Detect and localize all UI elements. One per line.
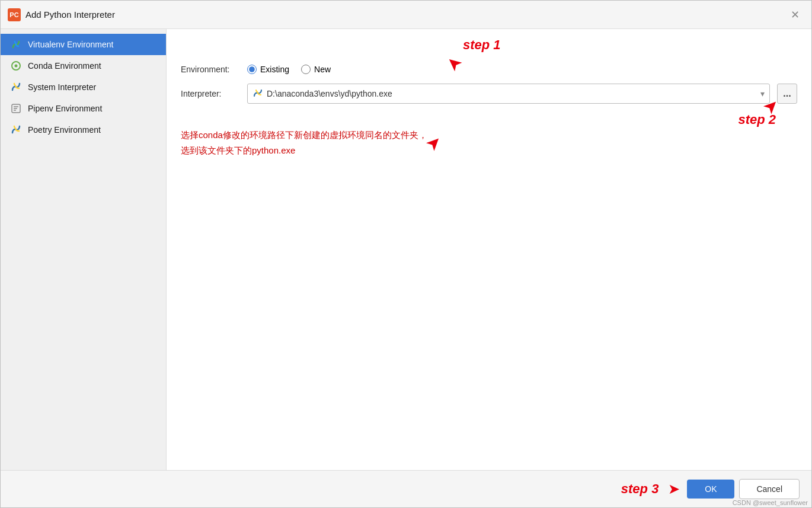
svg-point-1 [15, 65, 18, 68]
sidebar-item-poetry[interactable]: Poetry Environment [1, 119, 166, 140]
pipenv-icon [10, 103, 22, 114]
radio-group: Existing New [247, 65, 331, 74]
radio-new-label[interactable]: New [301, 65, 331, 74]
dialog: PC Add Python Interpreter ✕ Virtualenv E… [0, 0, 812, 508]
environment-label: Environment: [181, 65, 240, 74]
interpreter-label: Interpreter: [181, 89, 240, 98]
radio-new[interactable] [301, 65, 311, 74]
interpreter-row: Interpreter: D:\anaconda3\envs\yd\python… [181, 84, 797, 104]
python-small-icon [252, 88, 263, 99]
main-content: step 1 ➤ Environment: Existing New [167, 29, 811, 470]
interpreter-path: D:\anaconda3\envs\yd\python.exe [267, 89, 757, 98]
annotation-line1: 选择conda修改的环境路径下新创建的虚拟环境同名的文件夹， [181, 127, 797, 143]
environment-row: Environment: Existing New [181, 65, 797, 74]
interpreter-input-wrap: D:\anaconda3\envs\yd\python.exe ▾ [247, 84, 770, 104]
browse-button[interactable]: ... [777, 84, 797, 104]
sidebar: Virtualenv Environment Conda Environment [1, 29, 167, 470]
dialog-body: Virtualenv Environment Conda Environment [1, 29, 811, 470]
step3-label: step 3 [621, 481, 659, 497]
radio-existing[interactable] [247, 65, 257, 74]
ok-button[interactable]: OK [687, 480, 734, 499]
sidebar-item-pipenv-label: Pipenv Environment [28, 104, 102, 113]
sidebar-item-virtualenv[interactable]: Virtualenv Environment [1, 34, 166, 55]
step2-label: step 2 [738, 112, 776, 127]
step2-annotation: step 2 [738, 112, 776, 127]
dialog-footer: step 3 ➤ OK Cancel CSDN @sweet_sunflower [1, 470, 811, 507]
sidebar-item-conda[interactable]: Conda Environment [1, 55, 166, 76]
system-icon [10, 81, 22, 93]
radio-existing-label[interactable]: Existing [247, 65, 289, 74]
sidebar-item-system-label: System Interpreter [28, 82, 96, 92]
sidebar-item-poetry-label: Poetry Environment [28, 125, 101, 135]
title-bar: PC Add Python Interpreter ✕ [1, 1, 811, 29]
step1-label: step 1 [463, 37, 501, 52]
sidebar-item-system[interactable]: System Interpreter [1, 76, 166, 98]
conda-icon [10, 60, 22, 72]
step3-arrow: ➤ [668, 481, 680, 497]
app-icon: PC [8, 8, 21, 21]
sidebar-item-pipenv[interactable]: Pipenv Environment [1, 98, 166, 119]
annotation-line2: 选到该文件夹下的python.exe [181, 143, 797, 158]
radio-existing-text: Existing [260, 65, 289, 74]
poetry-icon [10, 124, 22, 136]
dropdown-arrow-icon[interactable]: ▾ [760, 89, 765, 98]
sidebar-item-virtualenv-label: Virtualenv Environment [28, 40, 113, 49]
sidebar-item-conda-label: Conda Environment [28, 61, 101, 71]
watermark: CSDN @sweet_sunflower [733, 499, 808, 506]
radio-new-text: New [314, 65, 331, 74]
cancel-button[interactable]: Cancel [739, 479, 800, 499]
annotation-block: 选择conda修改的环境路径下新创建的虚拟环境同名的文件夹， 选到该文件夹下的p… [181, 127, 797, 158]
virtualenv-icon [10, 39, 22, 50]
step1-annotation: step 1 [463, 37, 501, 53]
close-button[interactable]: ✕ [786, 7, 804, 23]
dialog-title: Add Python Interpreter [25, 9, 786, 20]
